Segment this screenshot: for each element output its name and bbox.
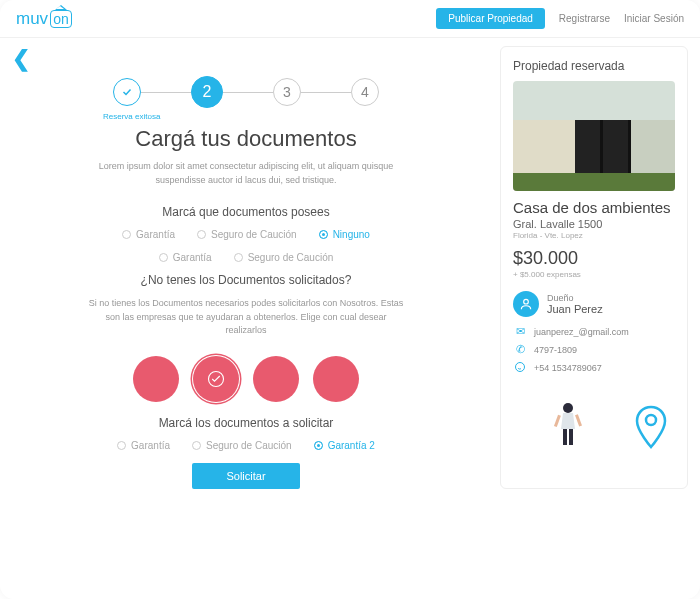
submit-button[interactable]: Solicitar — [192, 463, 299, 489]
page-subtitle: Lorem ipsum dolor sit amet consectetur a… — [86, 160, 406, 187]
user-icon — [513, 291, 539, 317]
logo[interactable]: muvon — [16, 9, 72, 29]
req-garantia[interactable]: Garantía — [117, 440, 170, 451]
svg-point-1 — [524, 299, 529, 304]
location-pin-icon — [635, 405, 667, 449]
svg-rect-5 — [569, 429, 573, 445]
property-title: Casa de dos ambientes — [513, 199, 675, 216]
stepper: Reserva exitosa 2 3 4 — [12, 76, 480, 108]
property-image — [513, 81, 675, 191]
page-title: Cargá tus documentos — [12, 126, 480, 152]
opt-seguro-2[interactable]: Seguro de Caución — [234, 252, 334, 263]
req-garantia-2[interactable]: Garantía 2 — [314, 440, 375, 451]
property-price: $30.000 — [513, 248, 675, 269]
whatsapp-icon — [513, 361, 527, 375]
person-icon — [551, 401, 585, 449]
svg-rect-6 — [554, 415, 561, 427]
step-4[interactable]: 4 — [351, 78, 379, 106]
property-location: Florida - Vte. Lopez — [513, 231, 675, 240]
svg-point-2 — [516, 363, 525, 372]
svg-point-3 — [563, 403, 573, 413]
docs-options: Garantía Seguro de Caución Ninguno Garan… — [12, 229, 480, 263]
property-panel: Propiedad reservada Casa de dos ambiente… — [500, 46, 688, 489]
provider-3[interactable] — [253, 356, 299, 402]
illustration — [513, 389, 675, 449]
owner-name: Juan Perez — [547, 303, 603, 315]
nodocs-text: Si no tienes los Documentos necesarios p… — [86, 297, 406, 338]
mail-icon: ✉ — [513, 325, 527, 338]
owner-whatsapp[interactable]: +54 1534789067 — [513, 361, 675, 375]
login-link[interactable]: Iniciar Sesión — [624, 13, 684, 24]
step-2[interactable]: 2 — [191, 76, 223, 108]
nodocs-heading: ¿No tenes los Documentos solicitados? — [12, 273, 480, 287]
header: muvon Publicar Propiedad Registrarse Ini… — [0, 0, 700, 38]
provider-2[interactable] — [193, 356, 239, 402]
panel-heading: Propiedad reservada — [513, 59, 675, 73]
logo-text-2: on — [50, 10, 72, 28]
owner-email[interactable]: ✉juanperez_@gmail.com — [513, 325, 675, 338]
req-seguro[interactable]: Seguro de Caución — [192, 440, 292, 451]
provider-1[interactable] — [133, 356, 179, 402]
step-1-label: Reserva exitosa — [103, 112, 160, 121]
step-1[interactable] — [113, 78, 141, 106]
back-button[interactable]: ❮ — [12, 46, 480, 72]
property-expenses: + $5.000 expensas — [513, 270, 675, 279]
owner-row: Dueño Juan Perez — [513, 291, 675, 317]
provider-4[interactable] — [313, 356, 359, 402]
register-link[interactable]: Registrarse — [559, 13, 610, 24]
owner-label: Dueño — [547, 293, 603, 303]
nav: Publicar Propiedad Registrarse Iniciar S… — [436, 8, 684, 29]
req-heading: Marcá los documentos a solicitar — [12, 416, 480, 430]
opt-ninguno[interactable]: Ninguno — [319, 229, 370, 240]
svg-rect-7 — [575, 414, 582, 426]
svg-point-8 — [646, 415, 656, 425]
phone-icon: ✆ — [513, 343, 527, 356]
step-3[interactable]: 3 — [273, 78, 301, 106]
owner-phone[interactable]: ✆4797-1809 — [513, 343, 675, 356]
provider-options — [12, 356, 480, 402]
opt-garantia-1[interactable]: Garantía — [122, 229, 175, 240]
logo-text-1: muv — [16, 9, 48, 29]
publish-button[interactable]: Publicar Propiedad — [436, 8, 545, 29]
docs-heading: Marcá que documentos posees — [12, 205, 480, 219]
opt-seguro-1[interactable]: Seguro de Caución — [197, 229, 297, 240]
svg-rect-4 — [563, 429, 567, 445]
req-options: Garantía Seguro de Caución Garantía 2 — [12, 440, 480, 451]
property-address: Gral. Lavalle 1500 — [513, 218, 675, 230]
opt-garantia-2[interactable]: Garantía — [159, 252, 212, 263]
